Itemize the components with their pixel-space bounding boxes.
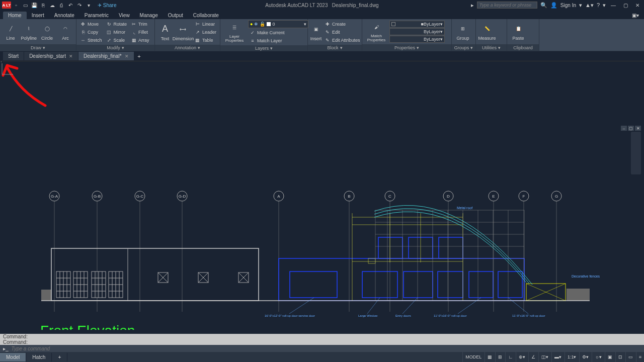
fillet-button[interactable]: ◟Fillet [129, 28, 151, 36]
status-clean-icon[interactable]: ▭ [625, 352, 635, 362]
menu-tab-home[interactable]: Home [3, 12, 27, 19]
status-lwt-icon[interactable]: ▬▾ [551, 352, 564, 362]
layout-tab-add[interactable]: + [52, 353, 67, 361]
file-tab-dealership-start[interactable]: Dealership_start✕ [24, 52, 78, 60]
dimension-button[interactable]: ⟷Dimension [174, 21, 192, 44]
lineweight-selector[interactable]: ByLayer ▾ [389, 28, 445, 35]
menu-tab-annotate[interactable]: Annotate [49, 12, 79, 19]
signin-caret-icon[interactable]: ▾ [579, 2, 582, 9]
move-button[interactable]: ✥Move [78, 20, 104, 28]
qat-new-icon[interactable]: ▫ [12, 1, 20, 9]
help-caret-icon[interactable]: ▾ [603, 2, 606, 9]
linear-button[interactable]: ⊢Linear [193, 20, 218, 28]
layout-tab-hatch[interactable]: Hatch [26, 353, 52, 361]
qat-more-icon[interactable]: ▾ [85, 1, 93, 9]
qat-undo-icon[interactable]: ↶ [66, 1, 74, 9]
panel-title-annotation[interactable]: Annotation ▾ [155, 45, 220, 51]
panel-title-properties[interactable]: Properties ▾ [362, 44, 451, 51]
doc-restore-icon[interactable]: ▢ [628, 126, 634, 131]
status-workspace-icon[interactable]: ☼▾ [592, 352, 604, 362]
command-line[interactable]: ▸_ [0, 345, 644, 352]
qat-open-icon[interactable]: ▭ [21, 1, 29, 9]
linetype-selector[interactable]: ByLayer ▾ [389, 36, 445, 43]
match-properties-button[interactable]: 🖌MatchProperties [364, 20, 388, 43]
create-block-button[interactable]: ✚Create [323, 20, 362, 28]
match-layer-button[interactable]: ≡Match Layer [248, 37, 308, 44]
drawing-canvas[interactable]: G-AG-BG-CG-DABCDEFG [0, 61, 644, 330]
panel-title-draw[interactable]: Draw ▾ [0, 44, 76, 51]
paste-button[interactable]: 📋Paste [509, 20, 527, 43]
stretch-button[interactable]: ↔Stretch [78, 36, 104, 44]
app-switcher-icon[interactable]: ▲▾ [585, 2, 594, 9]
status-grid-icon[interactable]: ▦ [485, 352, 495, 362]
status-scale[interactable]: 1:1▾ [565, 352, 579, 362]
panel-title-groups[interactable]: Groups ▾ [452, 44, 475, 51]
edit-block-button[interactable]: ✎Edit [323, 28, 362, 36]
edit-attrs-button[interactable]: ✎Edit Attributes [323, 36, 362, 44]
help-icon[interactable]: ? [597, 2, 600, 8]
menu-tab-manage[interactable]: Manage [135, 12, 163, 19]
measure-button[interactable]: 📏Measure [478, 20, 496, 43]
search-input[interactable] [477, 2, 537, 9]
panel-title-modify[interactable]: Modify ▾ [76, 45, 154, 51]
menu-tab-view[interactable]: View [114, 12, 135, 19]
close-tab-icon[interactable]: ✕ [69, 54, 73, 59]
array-button[interactable]: ▦Array [129, 36, 151, 44]
status-hardware-icon[interactable]: ⊡ [615, 352, 625, 362]
file-tab-dealership-final[interactable]: Dealership_final*✕ [78, 52, 134, 60]
status-ortho-icon[interactable]: ∟ [505, 352, 515, 362]
search-icon[interactable]: 🔍 [540, 2, 547, 9]
scale-button[interactable]: ⤢Scale [105, 36, 129, 44]
layer-properties-button[interactable]: ☰LayerProperties [222, 21, 247, 44]
circle-button[interactable]: ◯Circle [39, 20, 56, 43]
file-tab-start[interactable]: Start [3, 52, 24, 60]
group-button[interactable]: ⊞Group [454, 20, 472, 43]
status-polar-icon[interactable]: ⊕▾ [516, 352, 528, 362]
panel-title-utilities[interactable]: Utilities ▾ [476, 44, 507, 51]
panel-title-block[interactable]: Block ▾ [308, 45, 362, 51]
status-osnap-icon[interactable]: ∠ [528, 352, 538, 362]
status-annotation-icon[interactable]: ⚙▾ [579, 352, 591, 362]
arc-button[interactable]: ◠Arc [57, 20, 74, 43]
navigation-bar[interactable] [631, 132, 641, 174]
insert-button[interactable]: ▣Insert [310, 21, 322, 44]
command-input[interactable] [12, 346, 641, 351]
color-selector[interactable]: ■ ByLayer ▾ [389, 21, 445, 28]
status-customize-icon[interactable]: ≡ [636, 352, 644, 362]
status-isolate-icon[interactable]: ▣ [605, 352, 615, 362]
menu-tab-collaborate[interactable]: Collaborate [188, 12, 224, 19]
user-icon[interactable]: 👤 [550, 2, 557, 9]
mirror-button[interactable]: ◫Mirror [105, 28, 129, 36]
qat-web-icon[interactable]: ☁ [48, 1, 56, 9]
status-otrack-icon[interactable]: ◫▾ [538, 352, 551, 362]
qat-plot-icon[interactable]: ⎙ [57, 1, 65, 9]
share-button[interactable]: ✈ Share [98, 3, 116, 8]
copy-button[interactable]: ⎘Copy [78, 28, 104, 36]
close-tab-icon[interactable]: ✕ [125, 54, 129, 59]
polyline-button[interactable]: ⌇Polyline [20, 20, 37, 43]
doc-minimize-icon[interactable]: – [621, 126, 627, 131]
panel-title-layers[interactable]: Layers ▾ [220, 45, 307, 51]
layout-tab-model[interactable]: Model [0, 353, 26, 361]
maximize-icon[interactable]: ▢ [621, 2, 630, 9]
app-icon[interactable]: A LT [2, 2, 11, 9]
layer-selector[interactable]: ● ❄ 🔓 0 ▾ [248, 20, 308, 28]
menu-tab-insert[interactable]: Insert [27, 12, 49, 19]
doc-close-icon[interactable]: ✕ [635, 126, 641, 131]
status-snap-icon[interactable]: ⊞ [495, 352, 505, 362]
qat-redo-icon[interactable]: ↷ [75, 1, 84, 9]
rotate-button[interactable]: ↻Rotate [105, 20, 129, 28]
leader-button[interactable]: ↗Leader [193, 28, 218, 36]
minimize-icon[interactable]: — [609, 2, 618, 9]
menu-tab-output[interactable]: Output [163, 12, 188, 19]
signin-button[interactable]: Sign In [560, 3, 576, 8]
status-model[interactable]: MODEL [462, 352, 484, 362]
qat-save-icon[interactable]: 💾 [30, 1, 38, 9]
ribbon-expand-icon[interactable]: ▣▾ [627, 12, 644, 19]
search-caret-icon[interactable]: ▸ [471, 2, 474, 9]
qat-saveas-icon[interactable]: ⎘ [39, 1, 47, 9]
close-icon[interactable]: ✕ [633, 2, 642, 9]
trim-button[interactable]: ✂Trim [129, 20, 151, 28]
text-button[interactable]: AText [157, 21, 173, 44]
table-button[interactable]: ▦Table [193, 36, 218, 44]
